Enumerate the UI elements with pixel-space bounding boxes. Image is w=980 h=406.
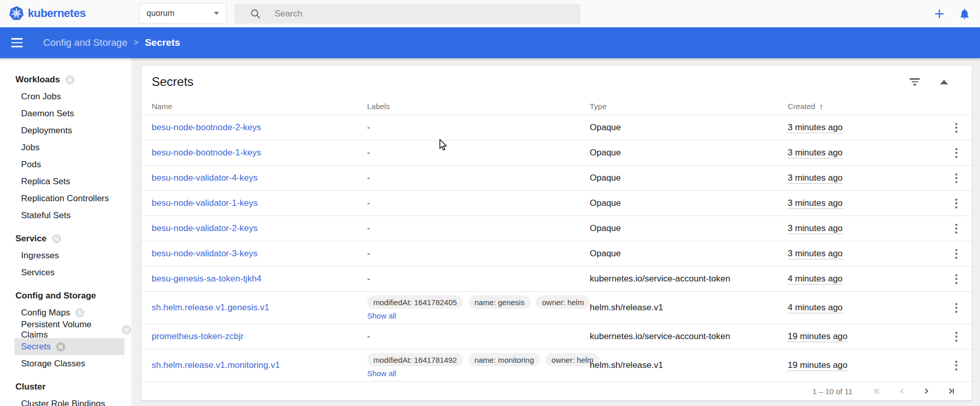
- created-cell: 3 minutes ago: [788, 122, 944, 133]
- sidebar-item-label: Stateful Sets: [21, 210, 70, 221]
- type-cell: kubernetes.io/service-account-token: [590, 274, 788, 284]
- row-actions-cell: [944, 143, 969, 163]
- sidebar-section-cluster: ClusterCluster Role Bindings: [0, 379, 131, 406]
- next-page-button[interactable]: [914, 382, 939, 400]
- last-page-button[interactable]: [939, 382, 964, 400]
- sidebar-item-replication-controllers[interactable]: Replication Controllers: [0, 190, 131, 207]
- labels-empty: -: [367, 331, 370, 341]
- pagination-range-label: 1 – 10 of 11: [812, 387, 852, 396]
- created-cell: 4 minutes ago: [788, 303, 944, 313]
- row-actions-cell: [944, 269, 969, 289]
- secrets-card: Secrets NameLabelsTypeCreated↑ besu-node…: [141, 66, 972, 400]
- namespace-selector[interactable]: quorum: [139, 3, 227, 24]
- row-actions-cell: [944, 218, 969, 239]
- secret-name-link[interactable]: besu-node-bootnode-1-keys: [152, 148, 261, 157]
- row-menu-button[interactable]: [944, 269, 969, 289]
- sidebar-item-storage-classes[interactable]: Storage Classes: [0, 355, 131, 372]
- sidebar-item-daemon-sets[interactable]: Daemon Sets: [0, 105, 131, 122]
- name-cell: besu-node-validator-1-keys: [152, 198, 367, 208]
- labels-cell: -: [367, 223, 590, 234]
- row-menu-button[interactable]: [944, 326, 969, 347]
- sidebar-item-stateful-sets[interactable]: Stateful Sets: [0, 207, 131, 224]
- show-all-link[interactable]: Show all: [367, 311, 396, 320]
- row-menu-button[interactable]: [944, 117, 969, 138]
- row-menu-button[interactable]: [944, 218, 969, 239]
- created-time: 3 minutes ago: [788, 122, 843, 133]
- row-menu-button[interactable]: [944, 193, 969, 214]
- name-cell: sh.helm.release.v1.genesis.v1: [152, 303, 367, 313]
- show-all-link[interactable]: Show all: [367, 369, 396, 378]
- sidebar-item-cluster-role-bindings[interactable]: Cluster Role Bindings: [0, 395, 131, 406]
- row-menu-button[interactable]: [944, 168, 969, 188]
- secret-name-link[interactable]: besu-node-validator-3-keys: [152, 249, 258, 258]
- topbar-actions: [932, 0, 972, 27]
- breadcrumb: Config and Storage > Secrets: [43, 37, 180, 48]
- sidebar-section-title-service[interactable]: ServiceN: [0, 231, 131, 247]
- collapse-card-button[interactable]: [939, 79, 949, 85]
- breadcrumb-separator: >: [134, 38, 139, 48]
- sidebar-item-label: Config Maps: [21, 308, 70, 318]
- secret-name-link[interactable]: besu-node-bootnode-2-keys: [152, 122, 261, 132]
- column-header-label: Name: [152, 102, 172, 111]
- kebab-icon: [955, 173, 957, 183]
- secret-name-link[interactable]: besu-node-validator-1-keys: [152, 198, 258, 208]
- secret-name-link[interactable]: besu-node-validator-4-keys: [152, 173, 258, 183]
- row-actions-cell: [944, 326, 969, 347]
- labels-empty: -: [367, 249, 370, 258]
- sidebar-item-label: Pods: [21, 160, 41, 170]
- sidebar-item-replica-sets[interactable]: Replica Sets: [0, 173, 131, 190]
- sidebar-item-cron-jobs[interactable]: Cron Jobs: [0, 88, 131, 105]
- sidebar-section-label: Cluster: [15, 382, 46, 392]
- row-menu-button[interactable]: [944, 243, 969, 264]
- sidebar-item-pods[interactable]: Pods: [0, 156, 131, 173]
- row-actions-cell: [944, 355, 969, 376]
- kebab-icon: [955, 274, 957, 284]
- column-header-created[interactable]: Created↑: [788, 102, 944, 111]
- secret-name-link[interactable]: sh.helm.release.v1.monitoring.v1: [152, 360, 280, 370]
- sidebar-section-title-workloads[interactable]: WorkloadsN: [0, 72, 131, 88]
- sidebar-section-title-cluster[interactable]: Cluster: [0, 379, 131, 395]
- brand-name: kubernetes: [28, 7, 85, 20]
- sidebar-item-ingresses[interactable]: Ingresses: [0, 247, 131, 264]
- column-header-label: Labels: [367, 102, 390, 111]
- row-menu-button[interactable]: [944, 355, 969, 376]
- sidebar-item-persistent-volume-claims[interactable]: Persistent Volume ClaimsN: [0, 321, 131, 338]
- secret-name-link[interactable]: besu-node-validator-2-keys: [152, 223, 258, 233]
- filter-button[interactable]: [908, 77, 921, 86]
- next-page-icon: [920, 385, 933, 397]
- secret-name-link[interactable]: prometheus-token-zcbjr: [152, 331, 244, 341]
- sidebar-item-jobs[interactable]: Jobs: [0, 139, 131, 156]
- sidebar-item-label: Secrets: [21, 342, 51, 352]
- row-actions-cell: [944, 243, 969, 264]
- filter-icon: [909, 78, 920, 85]
- row-menu-button[interactable]: [944, 297, 969, 318]
- sidebar-item-deployments[interactable]: Deployments: [0, 122, 131, 139]
- created-cell: 19 minutes ago: [788, 360, 944, 370]
- create-resource-button[interactable]: [932, 6, 947, 22]
- card-title: Secrets: [152, 75, 193, 89]
- kebab-icon: [955, 303, 957, 313]
- brand[interactable]: kubernetes: [9, 6, 85, 21]
- created-cell: 19 minutes ago: [788, 331, 944, 342]
- sidebar-item-services[interactable]: Services: [0, 264, 131, 281]
- card-header: Secrets: [141, 66, 972, 98]
- secret-name-link[interactable]: sh.helm.release.v1.genesis.v1: [152, 303, 269, 312]
- labels-cell: -: [367, 173, 590, 183]
- labels-cell: -: [367, 148, 590, 158]
- label-chip: modifiedAt: 1641782405: [367, 295, 463, 309]
- menu-button[interactable]: [9, 36, 25, 49]
- namespace-value: quorum: [147, 9, 174, 18]
- table-row: besu-genesis-sa-token-tjkh4-kubernetes.i…: [141, 267, 972, 292]
- table-row: besu-node-validator-1-keys-Opaque3 minut…: [141, 191, 972, 216]
- labels-cell: -: [367, 274, 590, 284]
- search-input[interactable]: [275, 9, 542, 19]
- row-menu-button[interactable]: [944, 143, 969, 163]
- paginator: 1 – 10 of 11: [141, 382, 972, 400]
- sidebar-section-title-config-and-storage[interactable]: Config and Storage: [0, 288, 131, 304]
- column-header-name[interactable]: Name: [152, 102, 367, 111]
- breadcrumb-parent-link[interactable]: Config and Storage: [43, 37, 128, 48]
- sidebar-item-config-maps[interactable]: Config MapsN: [0, 304, 131, 321]
- secret-name-link[interactable]: besu-genesis-sa-token-tjkh4: [152, 274, 262, 284]
- sidebar-item-secrets[interactable]: SecretsN: [14, 338, 124, 355]
- notifications-button[interactable]: [957, 7, 972, 21]
